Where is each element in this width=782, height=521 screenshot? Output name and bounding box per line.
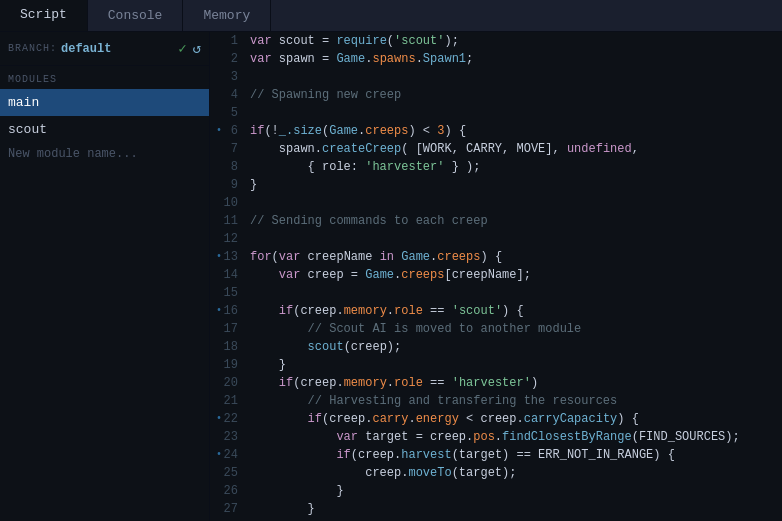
code-line-17: // Scout AI is moved to another module bbox=[250, 320, 782, 338]
code-line-9: } bbox=[250, 176, 782, 194]
code-content: var scout = require('scout'); var spawn … bbox=[246, 32, 782, 521]
tab-memory-label: Memory bbox=[203, 8, 250, 23]
code-line-5 bbox=[250, 104, 782, 122]
line-num-22: 22 bbox=[218, 410, 238, 428]
line-num-20: 20 bbox=[218, 374, 238, 392]
module-item-scout[interactable]: scout bbox=[0, 116, 209, 143]
line-num-4: 4 bbox=[218, 86, 238, 104]
line-num-26: 26 bbox=[218, 482, 238, 500]
line-numbers: 1 2 3 4 5 6 7 8 9 10 11 12 13 14 15 16 1… bbox=[210, 32, 246, 521]
code-line-4: // Spawning new creep bbox=[250, 86, 782, 104]
code-editor[interactable]: 1 2 3 4 5 6 7 8 9 10 11 12 13 14 15 16 1… bbox=[210, 32, 782, 521]
line-num-15: 15 bbox=[218, 284, 238, 302]
line-num-10: 10 bbox=[218, 194, 238, 212]
code-line-25: creep.moveTo(target); bbox=[250, 464, 782, 482]
line-num-8: 8 bbox=[218, 158, 238, 176]
code-line-16: if(creep.memory.role == 'scout') { bbox=[250, 302, 782, 320]
tab-bar: Script Console Memory bbox=[0, 0, 782, 32]
line-num-13: 13 bbox=[218, 248, 238, 266]
line-num-7: 7 bbox=[218, 140, 238, 158]
code-line-21: // Harvesting and transfering the resour… bbox=[250, 392, 782, 410]
branch-name: default bbox=[61, 42, 178, 56]
line-num-18: 18 bbox=[218, 338, 238, 356]
branch-commit-icon[interactable]: ✓ bbox=[178, 40, 186, 57]
tab-script-label: Script bbox=[20, 7, 67, 22]
line-num-1: 1 bbox=[218, 32, 238, 50]
branch-label: BRANCH: bbox=[8, 43, 57, 54]
tab-console-label: Console bbox=[108, 8, 163, 23]
line-num-14: 14 bbox=[218, 266, 238, 284]
code-line-14: var creep = Game.creeps[creepName]; bbox=[250, 266, 782, 284]
code-line-10 bbox=[250, 194, 782, 212]
line-num-5: 5 bbox=[218, 104, 238, 122]
code-line-15 bbox=[250, 284, 782, 302]
code-line-18: scout(creep); bbox=[250, 338, 782, 356]
code-line-12 bbox=[250, 230, 782, 248]
line-num-12: 12 bbox=[218, 230, 238, 248]
line-num-2: 2 bbox=[218, 50, 238, 68]
code-line-7: spawn.createCreep( [WORK, CARRY, MOVE], … bbox=[250, 140, 782, 158]
line-num-19: 19 bbox=[218, 356, 238, 374]
line-num-16: 16 bbox=[218, 302, 238, 320]
code-line-11: // Sending commands to each creep bbox=[250, 212, 782, 230]
modules-label: MODULES bbox=[0, 66, 209, 89]
code-line-20: if(creep.memory.role == 'harvester') bbox=[250, 374, 782, 392]
tab-script[interactable]: Script bbox=[0, 0, 88, 31]
line-num-27: 27 bbox=[218, 500, 238, 518]
code-line-13: for(var creepName in Game.creeps) { bbox=[250, 248, 782, 266]
code-line-27: } bbox=[250, 500, 782, 518]
branch-actions: ✓ ↺ bbox=[178, 40, 201, 57]
code-line-19: } bbox=[250, 356, 782, 374]
line-num-11: 11 bbox=[218, 212, 238, 230]
line-num-17: 17 bbox=[218, 320, 238, 338]
branch-reset-icon[interactable]: ↺ bbox=[193, 40, 201, 57]
branch-bar: BRANCH: default ✓ ↺ bbox=[0, 32, 209, 66]
code-line-23: var target = creep.pos.findClosestByRang… bbox=[250, 428, 782, 446]
line-num-9: 9 bbox=[218, 176, 238, 194]
sidebar: BRANCH: default ✓ ↺ MODULES main scout bbox=[0, 32, 210, 521]
code-line-26: } bbox=[250, 482, 782, 500]
line-num-23: 23 bbox=[218, 428, 238, 446]
tab-console[interactable]: Console bbox=[88, 0, 184, 31]
code-line-24: if(creep.harvest(target) == ERR_NOT_IN_R… bbox=[250, 446, 782, 464]
line-num-21: 21 bbox=[218, 392, 238, 410]
code-line-1: var scout = require('scout'); bbox=[250, 32, 782, 50]
tab-memory[interactable]: Memory bbox=[183, 0, 271, 31]
new-module-input[interactable] bbox=[0, 143, 209, 165]
module-item-main[interactable]: main bbox=[0, 89, 209, 116]
code-line-22: if(creep.carry.energy < creep.carryCapac… bbox=[250, 410, 782, 428]
code-line-8: { role: 'harvester' } ); bbox=[250, 158, 782, 176]
code-line-3 bbox=[250, 68, 782, 86]
code-line-6: if(!_.size(Game.creeps) < 3) { bbox=[250, 122, 782, 140]
code-line-2: var spawn = Game.spawns.Spawn1; bbox=[250, 50, 782, 68]
line-num-6: 6 bbox=[218, 122, 238, 140]
line-num-24: 24 bbox=[218, 446, 238, 464]
main-layout: BRANCH: default ✓ ↺ MODULES main scout 1… bbox=[0, 32, 782, 521]
line-num-3: 3 bbox=[218, 68, 238, 86]
line-num-25: 25 bbox=[218, 464, 238, 482]
